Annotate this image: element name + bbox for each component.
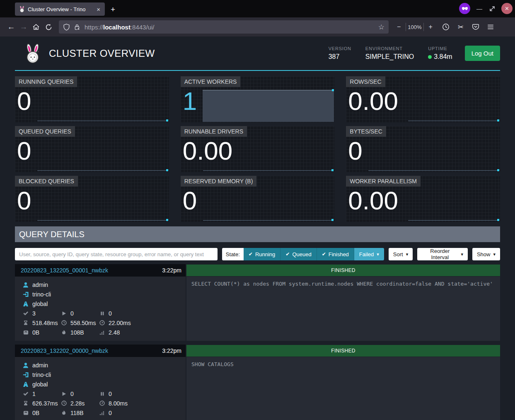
query-stats-panel: admin trino-cli global 1 0 0 626.37ms 2.… xyxy=(15,357,186,420)
reorder-interval-label: Reorder Interval xyxy=(422,248,458,260)
wall-time-hourglass-icon xyxy=(22,320,29,325)
resource-group-road-icon xyxy=(22,381,29,387)
query-resource-group: global xyxy=(32,301,48,307)
trino-bunny-logo xyxy=(24,44,41,63)
sparkline xyxy=(37,170,167,171)
query-header: 20220823_132205_00001_nwbzk 3:22pm xyxy=(15,264,186,277)
query-user: admin xyxy=(32,362,48,369)
query-details-title: QUERY DETAILS xyxy=(19,230,85,239)
menu-hamburger-icon[interactable] xyxy=(486,22,496,32)
current-memory-scale-icon xyxy=(22,410,29,415)
zoom-in-icon[interactable]: + xyxy=(426,23,436,31)
filter-finished-label: Finished xyxy=(329,251,349,257)
current-memory: 0B xyxy=(32,329,39,336)
trino-cluster-overview-page: CLUSTER OVERVIEW VERSION 387 ENVIRONMENT… xyxy=(0,36,515,420)
home-icon[interactable] xyxy=(30,21,42,33)
tile-value: 1 xyxy=(183,86,197,116)
forward-icon[interactable]: → xyxy=(17,21,30,33)
tracking-shield-icon[interactable] xyxy=(63,24,70,31)
queued-splits: 0 xyxy=(109,310,112,317)
bookmark-star-icon[interactable]: ☆ xyxy=(378,23,384,32)
filter-failed-dropdown[interactable]: Failed▾ xyxy=(354,248,384,260)
sparkline xyxy=(368,170,498,171)
filter-queued-button[interactable]: ✔Queued xyxy=(280,248,317,260)
minimize-button[interactable]: — xyxy=(476,5,483,12)
cpu-time: 22.00ms xyxy=(109,320,131,326)
pocket-icon[interactable] xyxy=(471,22,481,32)
sparkline xyxy=(203,220,333,221)
caret-down-icon: ▾ xyxy=(493,252,496,257)
parallelism-chart-icon xyxy=(99,330,105,335)
tile-running-queries: RUNNING QUERIES 0 xyxy=(15,76,169,122)
close-window-button[interactable]: × xyxy=(501,3,513,14)
browser-navbar: ← → https://localhost:8443/ui/ ☆ − 100% … xyxy=(0,17,515,36)
sparkline-dot xyxy=(497,169,499,171)
tile-value: 0.00 xyxy=(348,86,398,116)
user-icon xyxy=(22,362,29,368)
filter-running-label: Running xyxy=(255,251,275,257)
cpu-time-gauge-icon xyxy=(99,401,105,406)
sparkline-dot xyxy=(166,219,168,221)
query-id-link[interactable]: 20220823_132205_00001_nwbzk xyxy=(21,267,108,274)
history-clock-icon[interactable] xyxy=(441,22,451,32)
url-host: localhost xyxy=(103,24,131,31)
tile-label: ROWS/SEC xyxy=(346,76,385,87)
current-memory: 0B xyxy=(32,410,39,416)
tab-close-icon[interactable]: × xyxy=(96,6,101,13)
zoom-level[interactable]: 100% xyxy=(408,24,421,30)
filter-running-button[interactable]: ✔Running xyxy=(244,248,281,260)
completed-splits: 1 xyxy=(32,391,36,397)
stat-tiles: RUNNING QUERIES 0 ACTIVE WORKERS 1 ROWS/… xyxy=(15,76,500,222)
separator xyxy=(406,23,406,31)
sparkline-dot xyxy=(497,219,499,221)
peak-memory-fire-icon xyxy=(60,330,67,335)
query-search-input[interactable] xyxy=(15,248,218,260)
version-meta: VERSION 387 xyxy=(329,46,351,61)
new-tab-button[interactable]: + xyxy=(111,5,115,13)
sort-dropdown[interactable]: Sort▾ xyxy=(389,248,413,260)
query-row: 20220823_132202_00000_nwbzk 3:22pm FINIS… xyxy=(15,345,500,420)
query-progress-cell: FINISHED xyxy=(186,264,500,277)
query-id-link[interactable]: 20220823_132202_00000_nwbzk xyxy=(21,347,108,354)
query-time: 3:22pm xyxy=(162,347,181,354)
screenshot-scissors-icon[interactable]: ✂ xyxy=(456,22,466,32)
zoom-out-icon[interactable]: − xyxy=(394,23,404,31)
total-time-clock-icon xyxy=(60,320,67,325)
reorder-interval-dropdown[interactable]: Reorder Interval▾ xyxy=(417,248,468,260)
url-bar[interactable]: https://localhost:8443/ui/ ☆ xyxy=(59,20,389,34)
lock-warning-icon[interactable] xyxy=(74,24,81,31)
uptime-status-dot xyxy=(428,55,432,59)
back-icon[interactable]: ← xyxy=(5,21,17,33)
zoom-controls: − 100% + xyxy=(394,23,436,31)
tile-value: 0.00 xyxy=(348,186,398,215)
completed-splits: 3 xyxy=(32,310,36,317)
url-text[interactable]: https://localhost:8443/ui/ xyxy=(85,24,375,31)
separator xyxy=(423,23,424,31)
version-value: 387 xyxy=(329,53,351,61)
query-row: 20220823_132205_00001_nwbzk 3:22pm FINIS… xyxy=(15,264,500,341)
tile-label: RUNNABLE DRIVERS xyxy=(181,126,247,137)
sparkline-area xyxy=(203,90,334,122)
running-splits: 0 xyxy=(70,310,74,317)
browser-tab[interactable]: Cluster Overview - Trino × xyxy=(15,2,105,16)
tile-worker-parallelism: WORKER PARALLELISM 0.00 xyxy=(346,176,500,222)
completed-splits-check-icon xyxy=(22,311,29,316)
maximize-button[interactable] xyxy=(488,5,496,12)
wall-time: 518.48ms xyxy=(32,320,58,326)
filter-finished-button[interactable]: ✔Finished xyxy=(317,248,354,260)
sparkline xyxy=(37,121,167,121)
logout-button[interactable]: Log Out xyxy=(465,46,500,61)
tile-value: 0 xyxy=(348,136,362,165)
reload-icon[interactable] xyxy=(42,21,55,33)
tile-rows-sec: ROWS/SEC 0.00 xyxy=(346,76,500,122)
show-dropdown[interactable]: Show▾ xyxy=(472,248,500,260)
query-progress-cell: FINISHED xyxy=(186,345,500,357)
query-stats-panel: admin trino-cli global 3 0 0 518.48ms 55… xyxy=(15,277,186,341)
cluster-meta: VERSION 387 ENVIRONMENT SIMPLE_TRINO UPT… xyxy=(329,46,452,61)
current-memory-scale-icon xyxy=(22,330,29,335)
queued-splits-pause-icon xyxy=(99,311,105,316)
sparkline-dot xyxy=(332,89,334,91)
parallelism: 2.48 xyxy=(109,329,120,336)
environment-value: SIMPLE_TRINO xyxy=(365,53,414,61)
tab-title: Cluster Overview - Trino xyxy=(28,6,93,12)
